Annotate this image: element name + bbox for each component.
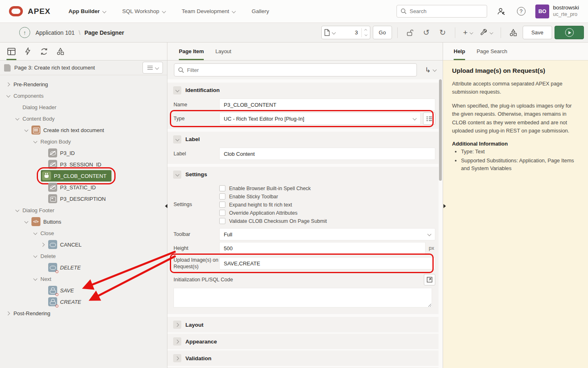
menu-team-development[interactable]: Team Development xyxy=(182,8,235,14)
section-settings-header[interactable]: Settings xyxy=(167,167,439,182)
section-appearance[interactable]: Appearance xyxy=(167,334,439,349)
tree-node-p3-static-id[interactable]: P3_STATIC_ID xyxy=(0,182,167,193)
chevron-right-icon[interactable] xyxy=(7,312,10,315)
tree-node-delete-button[interactable]: DELETE xyxy=(0,262,167,273)
tree-node-p3-description[interactable]: P3_DESCRIPTION xyxy=(0,193,167,204)
checkbox-override-attributes[interactable]: Override Application Attributes xyxy=(219,210,327,216)
chevron-down-icon[interactable] xyxy=(33,254,37,258)
tree-node-delete-group[interactable]: Delete xyxy=(0,250,167,262)
upload-requests-input[interactable]: SAVE,CREATE xyxy=(219,257,435,269)
toolbar-select[interactable]: Full xyxy=(219,228,435,240)
chevron-down-icon[interactable] xyxy=(33,277,37,280)
chevron-down-icon[interactable] xyxy=(33,140,37,143)
type-select[interactable]: UC - Rich Text Editor Pro [Plug-In] xyxy=(219,112,421,125)
undo-icon[interactable]: ↺ xyxy=(419,26,433,39)
tree-node-post-rendering[interactable]: Post-Rendering xyxy=(0,307,167,319)
global-search[interactable] xyxy=(396,5,487,18)
step-down-icon[interactable] xyxy=(365,34,367,36)
chevron-right-icon[interactable] xyxy=(41,243,45,246)
filter-input[interactable] xyxy=(187,67,398,73)
chevron-down-icon[interactable] xyxy=(24,220,28,223)
avatar[interactable]: BO xyxy=(535,4,549,18)
section-layout[interactable]: Layout xyxy=(167,317,439,332)
tree-node-p3-session-id[interactable]: P3_SESSION_ID xyxy=(0,159,167,170)
tree-node-p3-clob-content[interactable]: P3_CLOB_CONTENT xyxy=(0,170,167,182)
tab-rendering-icon[interactable] xyxy=(3,43,20,60)
chevron-down-icon[interactable] xyxy=(24,128,28,132)
checkbox[interactable] xyxy=(219,185,225,191)
checkbox-spell-check[interactable]: Enable Browser Built-in Spell Check xyxy=(219,185,327,191)
checkbox[interactable] xyxy=(219,218,225,224)
scrollbar-thumb[interactable] xyxy=(439,79,442,181)
tab-shared-components-icon[interactable] xyxy=(52,43,69,60)
checkbox[interactable] xyxy=(219,210,225,216)
type-lov-button[interactable] xyxy=(423,112,435,125)
tab-page-item[interactable]: Page Item xyxy=(179,43,204,60)
tab-processing-icon[interactable] xyxy=(36,43,52,60)
chevron-down-icon[interactable] xyxy=(7,94,10,97)
name-input[interactable]: P3_CLOB_CONTENT xyxy=(219,99,435,111)
section-identification-header[interactable]: Identification xyxy=(167,83,439,98)
oracle-logo-icon[interactable] xyxy=(9,6,23,16)
go-button[interactable]: Go xyxy=(373,26,392,39)
utilities-menu-button[interactable] xyxy=(478,29,495,36)
menu-app-builder[interactable]: App Builder xyxy=(69,8,106,14)
checkbox-expand-height[interactable]: Expand height to fit rich text xyxy=(219,202,327,208)
redo-icon[interactable]: ↻ xyxy=(436,26,450,39)
page-number[interactable]: 3 xyxy=(335,29,361,36)
collapse-right-panel-handle[interactable] xyxy=(443,204,446,208)
application-home-icon[interactable]: ↑ xyxy=(19,27,30,38)
tree-node-close[interactable]: Close xyxy=(0,227,167,239)
brand-apex[interactable]: APEX xyxy=(28,7,51,16)
tree-node-dialog-header[interactable]: Dialog Header xyxy=(0,101,167,113)
tree-node-create-button[interactable]: CREATE xyxy=(0,296,167,307)
menu-gallery[interactable]: Gallery xyxy=(252,8,269,14)
section-label-header[interactable]: Label xyxy=(167,132,439,147)
breadcrumb-application[interactable]: Application 101 xyxy=(36,29,75,36)
checkbox[interactable] xyxy=(219,193,225,200)
page-number-stepper[interactable] xyxy=(361,28,368,37)
shared-components-icon[interactable] xyxy=(506,26,520,39)
tree-menu-button[interactable] xyxy=(143,62,163,74)
go-to-group-button[interactable]: ↳ xyxy=(425,66,436,74)
tree-node-dialog-footer[interactable]: Dialog Footer xyxy=(0,204,167,216)
tree-node-next[interactable]: Next xyxy=(0,273,167,285)
search-input[interactable] xyxy=(410,8,479,14)
code-editor-expand-button[interactable] xyxy=(424,274,435,285)
save-button[interactable]: Save xyxy=(523,26,552,39)
tree-node-save-button[interactable]: SAVE xyxy=(0,285,167,296)
tree-node-region-body[interactable]: Region Body xyxy=(0,136,167,147)
chevron-right-icon[interactable] xyxy=(7,83,10,86)
user-info[interactable]: bostrowski uc_rte_pro xyxy=(553,4,579,18)
filter-box[interactable] xyxy=(174,63,417,76)
label-input[interactable]: Clob Content xyxy=(219,148,435,160)
tab-help[interactable]: Help xyxy=(454,43,465,60)
height-input[interactable]: 500 xyxy=(219,242,425,254)
collapse-left-panel-handle[interactable] xyxy=(165,204,167,208)
tree-node-pre-rendering[interactable]: Pre-Rendering xyxy=(0,79,167,90)
tab-layout[interactable]: Layout xyxy=(215,43,231,60)
administration-icon[interactable] xyxy=(494,4,508,18)
step-up-icon[interactable] xyxy=(365,29,367,31)
section-validation[interactable]: Validation xyxy=(167,350,439,366)
menu-sql-workshop[interactable]: SQL Workshop xyxy=(122,8,165,14)
tab-page-search[interactable]: Page Search xyxy=(477,43,507,60)
checkbox-sticky-toolbar[interactable]: Enable Sticky Toolbar xyxy=(219,193,327,200)
create-menu-button[interactable]: + xyxy=(461,28,475,37)
checkbox-validate-checksum[interactable]: Validate CLOB Checksum On Page Submit xyxy=(219,218,327,224)
init-plsql-code-input[interactable] xyxy=(174,288,432,307)
tab-dynamic-actions-icon[interactable] xyxy=(20,43,36,60)
chevron-down-icon[interactable] xyxy=(16,209,19,212)
run-page-button[interactable] xyxy=(555,26,584,39)
help-icon[interactable]: ? xyxy=(514,4,528,18)
checkbox[interactable] xyxy=(219,202,225,208)
chevron-down-icon[interactable] xyxy=(33,231,37,235)
tree-node-components[interactable]: Components xyxy=(0,90,167,101)
tree-node-region[interactable]: Create rich text document xyxy=(0,124,167,136)
unlock-icon[interactable] xyxy=(403,26,417,39)
page-selector[interactable]: 3 xyxy=(321,26,370,39)
tree-node-p3-id[interactable]: P3_ID xyxy=(0,147,167,159)
tree-node-cancel[interactable]: CANCEL xyxy=(0,239,167,250)
tree-node-buttons[interactable]: </>Buttons xyxy=(0,216,167,227)
tree-node-content-body[interactable]: Content Body xyxy=(0,113,167,124)
